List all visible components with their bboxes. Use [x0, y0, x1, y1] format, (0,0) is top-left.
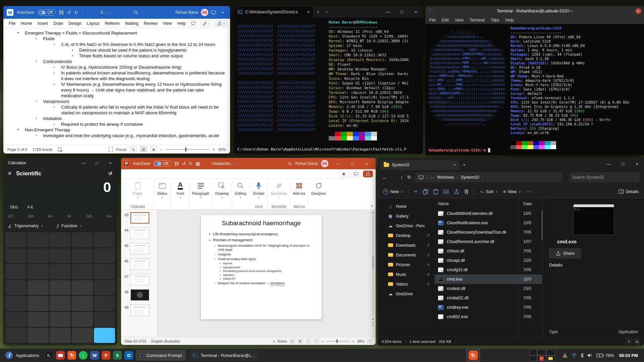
calculator-key[interactable]	[5, 264, 26, 279]
new-tab-button[interactable]: +	[313, 6, 323, 17]
calculator-key[interactable]	[28, 248, 49, 263]
calculator-key[interactable]	[72, 232, 93, 247]
slide-thumbnail[interactable]: 48	[121, 289, 156, 301]
minimize-button[interactable]: —	[602, 158, 616, 170]
powerpoint-menu-item[interactable]	[161, 173, 167, 175]
redo-icon[interactable]: ↻	[74, 10, 78, 15]
calculator-key[interactable]	[5, 232, 26, 247]
breadcrumb-item-system32[interactable]: System32	[461, 175, 480, 180]
powerpoint-menu-item[interactable]	[140, 173, 145, 175]
sort-button[interactable]: ↑↓Sort∨	[480, 189, 498, 194]
network-manager-tray-icon[interactable]	[562, 353, 568, 358]
calculator-key[interactable]	[50, 296, 71, 311]
calculator-key[interactable]	[50, 264, 71, 279]
scroll-up-icon[interactable]: ▲	[372, 211, 374, 214]
rename-button[interactable]: A	[443, 189, 449, 194]
paste-button[interactable]	[433, 189, 438, 194]
slide-thumbnail[interactable]: 45	[121, 243, 156, 254]
presentation-title-dropdown[interactable]: Headache...∨	[212, 161, 238, 166]
explorer-tab[interactable]: System32 ×	[380, 160, 459, 170]
powerpoint-menu-item[interactable]	[177, 173, 183, 175]
file-row[interactable]: CloudIdWxhExtension.dll 15/0	[435, 209, 542, 218]
memory-button[interactable]: M+	[48, 214, 53, 218]
memory-button[interactable]: M−	[67, 214, 73, 218]
undo-icon[interactable]: ↺	[182, 161, 186, 166]
proofing-icon[interactable]	[58, 147, 63, 152]
powerpoint-menu-item[interactable]	[156, 173, 161, 175]
cmd-tab[interactable]: >_ C:\Windows\System32\cmd.e ×	[234, 6, 313, 17]
maximize-button[interactable]: □	[345, 161, 360, 166]
hamburger-menu-icon[interactable]: ≡	[8, 170, 11, 177]
word-count[interactable]: 1728 words	[33, 147, 52, 152]
file-row[interactable]: clrhost.dll 7/05	[435, 246, 542, 256]
calculator-key[interactable]	[5, 248, 26, 263]
new-button[interactable]: +New∨	[383, 189, 403, 194]
outlook-launcher-icon[interactable]: O	[124, 351, 133, 360]
slide-thumbnail-panel[interactable]: 43 44 45 46 47 48 49	[121, 209, 157, 337]
word-menu-item[interactable]: Home	[18, 20, 35, 27]
word-menu-item[interactable]: Mailing	[122, 20, 141, 27]
calculator-key[interactable]	[94, 280, 115, 295]
close-button[interactable]: ×	[360, 161, 374, 166]
file-row[interactable]: cmdl32.exe 7/05	[435, 312, 542, 321]
designer-group[interactable]: Designer	[309, 180, 329, 209]
calculator-key[interactable]	[94, 264, 115, 279]
terminal-menu-item[interactable]: View	[455, 18, 464, 22]
collapse-ribbon-icon[interactable]: ∨	[371, 204, 373, 208]
sidebar-item[interactable]: Home	[380, 201, 432, 211]
calculator-key[interactable]	[72, 328, 93, 343]
next-slide-icon[interactable]: ∨	[372, 324, 374, 327]
refresh-button[interactable]: ↻	[407, 174, 412, 180]
bluetooth-icon[interactable]	[581, 353, 584, 358]
word-menu-item[interactable]: Help	[174, 20, 189, 27]
calculator-key[interactable]	[28, 232, 49, 247]
sidebar-item[interactable]: Gallery	[380, 211, 432, 221]
tab-dropdown-icon[interactable]: ∨	[323, 6, 331, 17]
deg-button[interactable]: DEG	[10, 205, 18, 209]
file-row[interactable]: CloudRecoveryDownloadTool.dll 7/05	[435, 228, 542, 237]
memory-button[interactable]: MR	[28, 214, 34, 218]
battery-indicator[interactable]: 78%	[596, 353, 614, 358]
sidebar-item[interactable]: OneDrive	[380, 289, 432, 299]
slide-canvas[interactable]: Subarachnoid haemorrhage • Life-threaten…	[201, 215, 322, 319]
column-date[interactable]: Date	[523, 201, 539, 206]
scroll-down-icon[interactable]: ▼	[372, 318, 374, 321]
memory-button[interactable]: MC	[8, 214, 14, 218]
calculator-key[interactable]	[50, 232, 71, 247]
memory-button[interactable]: MS	[87, 214, 93, 218]
calculator-key[interactable]	[72, 248, 93, 263]
calculator-key[interactable]	[5, 312, 26, 327]
column-name[interactable]: Name	[438, 201, 523, 206]
calculator-key[interactable]	[72, 280, 93, 295]
history-icon[interactable]: ↺	[108, 171, 112, 177]
fit-slide-icon[interactable]: ⊡	[367, 339, 372, 344]
calculator-key[interactable]	[28, 328, 49, 343]
font-group[interactable]: A Font ∨	[171, 180, 190, 209]
file-row[interactable]: cmdext.dll 15/0	[435, 284, 542, 293]
more-options-button[interactable]: ⋯	[526, 189, 531, 194]
spotify-launcher-icon[interactable]: ♪	[79, 351, 88, 360]
terminal-menu-item[interactable]: Tabs	[491, 18, 499, 22]
record-button[interactable]: ◉	[339, 171, 349, 177]
print-layout-icon[interactable]: ▤	[140, 146, 147, 152]
fe-button[interactable]: F-E	[28, 205, 34, 209]
dictate-group[interactable]: Dictate ∨ Voice	[250, 180, 268, 209]
calculator-key[interactable]	[50, 312, 71, 327]
zoom-out-button[interactable]: –	[160, 147, 162, 152]
word-menu-item[interactable]: File	[6, 20, 18, 27]
page-indicator[interactable]: Page 2 of 9	[7, 147, 27, 152]
slide-thumbnail[interactable]: 46	[121, 258, 156, 270]
search-icon[interactable]	[288, 162, 292, 166]
slide-title[interactable]: Subarachnoid haemorrhage	[209, 220, 314, 227]
calculator-key[interactable]	[28, 296, 49, 311]
close-button[interactable]: ×	[409, 6, 423, 17]
maximize-button[interactable]: □	[395, 6, 409, 17]
powerpoint-menu-item[interactable]	[145, 173, 151, 175]
zoom-in-button[interactable]: +	[213, 147, 215, 152]
sidebar-item[interactable]: Downloads	[380, 240, 432, 250]
powerpoint-menu-item[interactable]	[135, 173, 140, 175]
delete-button[interactable]	[464, 189, 469, 194]
notes-icon[interactable]: ≡	[273, 339, 275, 343]
share-button[interactable]	[363, 171, 373, 177]
autosave-toggle[interactable]: Off	[38, 9, 56, 15]
